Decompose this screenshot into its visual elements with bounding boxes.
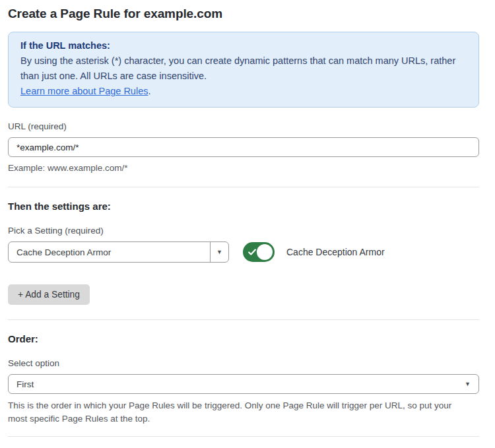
order-select[interactable]: First ▼ — [8, 374, 479, 394]
order-select-label: Select option — [8, 358, 479, 369]
toggle-knob — [257, 244, 273, 260]
create-page-rule-form: Create a Page Rule for example.com If th… — [0, 0, 495, 448]
page-title: Create a Page Rule for example.com — [8, 6, 479, 21]
url-input[interactable] — [8, 137, 479, 157]
order-select-value: First — [16, 379, 34, 389]
info-box-body: By using the asterisk (*) character, you… — [20, 53, 467, 99]
setting-select[interactable]: Cache Deception Armor ▼ — [8, 241, 229, 263]
url-label: URL (required) — [8, 121, 479, 132]
caret-down-icon: ▼ — [216, 249, 222, 255]
setting-select-arrow-button[interactable]: ▼ — [210, 242, 228, 262]
cache-deception-armor-toggle[interactable] — [243, 242, 275, 262]
order-helper-text: This is the order in which your Page Rul… — [8, 399, 473, 426]
learn-more-link[interactable]: Learn more about Page Rules — [20, 86, 148, 96]
toggle-label: Cache Deception Armor — [286, 247, 385, 257]
footer-divider — [8, 436, 479, 437]
caret-down-icon: ▼ — [465, 381, 471, 387]
section-divider — [8, 319, 479, 320]
link-suffix-period: . — [148, 86, 150, 96]
add-setting-button[interactable]: + Add a Setting — [8, 284, 90, 305]
section-divider — [8, 187, 479, 187]
url-match-info-box: If the URL matches: By using the asteris… — [8, 32, 479, 108]
info-box-text: By using the asterisk (*) character, you… — [20, 55, 455, 81]
settings-section-heading: Then the settings are: — [8, 201, 479, 212]
check-icon — [248, 247, 257, 257]
url-example-helper: Example: www.example.com/* — [8, 162, 479, 175]
setting-row: Cache Deception Armor ▼ Cache Deception … — [8, 241, 479, 263]
order-section-heading: Order: — [8, 333, 479, 344]
info-box-heading: If the URL matches: — [20, 38, 467, 53]
pick-setting-label: Pick a Setting (required) — [8, 226, 479, 236]
setting-select-value: Cache Deception Armor — [16, 247, 111, 257]
